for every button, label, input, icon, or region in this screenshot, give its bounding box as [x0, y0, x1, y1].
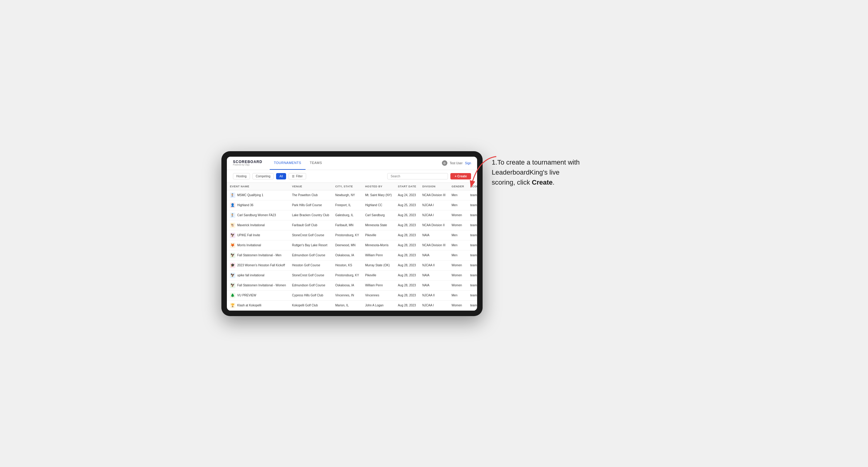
cell-date-0: Aug 24, 2023	[395, 190, 420, 200]
event-name-11: Klash at Kokopelli	[237, 304, 261, 307]
cell-scoring-5: team, Stroke Play	[467, 240, 477, 250]
table-row: 🎓 2023 Women's Hesston Fall Kickoff Hess…	[227, 260, 477, 270]
cell-venue-4: StoneCrest Golf Course	[289, 230, 332, 240]
cell-hosted-11: John A Logan	[362, 300, 395, 310]
event-icon-10: 🌲	[230, 293, 236, 298]
tab-teams[interactable]: TEAMS	[306, 157, 326, 170]
cell-gender-1: Men	[448, 200, 467, 210]
event-name-1: Highland 36	[237, 204, 253, 207]
annotation-text: 1.To create a tournament with Leaderboar…	[492, 157, 583, 187]
event-icon-3: 🐮	[230, 223, 236, 228]
cell-city-1: Freeport, IL	[332, 200, 362, 210]
cell-hosted-3: Minnesota State	[362, 220, 395, 230]
event-name-10: VU PREVIEW	[237, 293, 256, 297]
table-row: 🌲 VU PREVIEW Cypress Hills Golf Club Vin…	[227, 290, 477, 300]
cell-hosted-5: Minnesota-Morris	[362, 240, 395, 250]
cell-date-3: Aug 28, 2023	[395, 220, 420, 230]
table-row: 🏌 Carl Sandburg Women FA23 Lake Bracken …	[227, 210, 477, 220]
event-icon-11: 🏆	[230, 303, 236, 308]
cell-event-name-7: 🎓 2023 Women's Hesston Fall Kickoff	[227, 260, 289, 270]
cell-city-10: Vincennes, IN	[332, 290, 362, 300]
search-input[interactable]	[387, 173, 448, 180]
tab-tournaments[interactable]: TOURNAMENTS	[270, 157, 306, 170]
cell-event-name-1: 👤 Highland 36	[227, 200, 289, 210]
cell-city-4: Prestonsburg, KY	[332, 230, 362, 240]
cell-gender-0: Men	[448, 190, 467, 200]
event-icon-9: 🦅	[230, 283, 236, 288]
cell-division-1: NJCAA I	[420, 200, 448, 210]
cell-gender-7: Women	[448, 260, 467, 270]
cell-event-name-2: 🏌 Carl Sandburg Women FA23	[227, 210, 289, 220]
cell-venue-1: Park Hills Golf Course	[289, 200, 332, 210]
cell-event-name-9: 🦅 Fall Statesmen Invitational - Women	[227, 280, 289, 290]
events-table-container: EVENT NAME VENUE CITY, STATE HOSTED BY S…	[227, 183, 477, 311]
tablet-screen: SCOREBOARD Powered by Clipp TOURNAMENTS …	[227, 157, 477, 311]
event-name-2: Carl Sandburg Women FA23	[237, 214, 276, 217]
table-row: 🦅 Fall Statesmen Invitational - Men Edmu…	[227, 250, 477, 260]
cell-gender-3: Women	[448, 220, 467, 230]
cell-event-name-0: 🏌️ MSMC Qualifying 1	[227, 190, 289, 200]
event-name-7: 2023 Women's Hesston Fall Kickoff	[237, 263, 285, 267]
cell-venue-7: Hesston Golf Course	[289, 260, 332, 270]
cell-gender-5: Men	[448, 240, 467, 250]
hosting-filter-button[interactable]: Hosting	[233, 173, 250, 180]
cell-city-2: Galesburg, IL	[332, 210, 362, 220]
cell-scoring-6: team, Stroke Play	[467, 250, 477, 260]
cell-venue-11: Kokopelli Golf Club	[289, 300, 332, 310]
cell-gender-10: Men	[448, 290, 467, 300]
app-logo: SCOREBOARD Powered by Clipp	[233, 160, 262, 166]
cell-division-11: NJCAA I	[420, 300, 448, 310]
cell-scoring-1: team, Stroke Play	[467, 200, 477, 210]
col-venue: VENUE	[289, 183, 332, 190]
cell-hosted-8: Pikeville	[362, 270, 395, 280]
cell-date-4: Aug 28, 2023	[395, 230, 420, 240]
event-name-3: Maverick Invitational	[237, 223, 265, 227]
all-filter-button[interactable]: All	[276, 173, 286, 180]
event-name-4: UPIKE Fall Invite	[237, 234, 260, 237]
event-icon-4: 🦅	[230, 232, 236, 238]
cell-scoring-7: team, Stroke Play	[467, 260, 477, 270]
cell-division-6: NAIA	[420, 250, 448, 260]
event-name-0: MSMC Qualifying 1	[237, 193, 263, 197]
tablet-device: SCOREBOARD Powered by Clipp TOURNAMENTS …	[221, 151, 483, 316]
cell-city-6: Oskaloosa, IA	[332, 250, 362, 260]
table-row: 🏌️ MSMC Qualifying 1 The Powelton Club N…	[227, 190, 477, 200]
cell-division-8: NAIA	[420, 270, 448, 280]
col-hosted-by: HOSTED BY	[362, 183, 395, 190]
logo-subtitle: Powered by Clipp	[233, 164, 262, 166]
cell-date-2: Aug 26, 2023	[395, 210, 420, 220]
cell-date-1: Aug 25, 2023	[395, 200, 420, 210]
cell-hosted-7: Murray State (OK)	[362, 260, 395, 270]
cell-venue-6: Edmundson Golf Course	[289, 250, 332, 260]
cell-event-name-4: 🦅 UPIKE Fall Invite	[227, 230, 289, 240]
filter-bar: Hosting Competing All ☰ Filter + Create	[227, 170, 477, 183]
cell-venue-9: Edmundson Golf Course	[289, 280, 332, 290]
cell-city-9: Oskaloosa, IA	[332, 280, 362, 290]
cell-city-11: Marion, IL	[332, 300, 362, 310]
cell-scoring-8: team, Stroke Play	[467, 270, 477, 280]
cell-division-4: NAIA	[420, 230, 448, 240]
cell-scoring-9: team, Stroke Play	[467, 280, 477, 290]
cell-venue-10: Cypress Hills Golf Club	[289, 290, 332, 300]
cell-city-8: Prestonsburg, KY	[332, 270, 362, 280]
event-name-8: upike fall invitational	[237, 274, 265, 277]
nav-bar: SCOREBOARD Powered by Clipp TOURNAMENTS …	[227, 157, 477, 170]
competing-filter-button[interactable]: Competing	[252, 173, 274, 180]
table-row: 🏆 Klash at Kokopelli Kokopelli Golf Club…	[227, 300, 477, 310]
logo-title: SCOREBOARD	[233, 160, 262, 164]
cell-venue-0: The Powelton Club	[289, 190, 332, 200]
events-table: EVENT NAME VENUE CITY, STATE HOSTED BY S…	[227, 183, 477, 311]
cell-venue-5: Ruttger's Bay Lake Resort	[289, 240, 332, 250]
table-row: 🐮 Maverick Invitational Faribault Golf C…	[227, 220, 477, 230]
cell-division-2: NJCAA I	[420, 210, 448, 220]
event-icon-5: 🦊	[230, 243, 236, 248]
table-row: 🦅 upike fall invitational StoneCrest Gol…	[227, 270, 477, 280]
cell-event-name-6: 🦅 Fall Statesmen Invitational - Men	[227, 250, 289, 260]
cell-gender-2: Women	[448, 210, 467, 220]
cell-city-0: Newburgh, NY	[332, 190, 362, 200]
filter-options-button[interactable]: ☰ Filter	[288, 173, 306, 180]
col-start-date: START DATE	[395, 183, 420, 190]
cell-event-name-10: 🌲 VU PREVIEW	[227, 290, 289, 300]
settings-icon[interactable]: ⚙	[442, 160, 447, 166]
event-name-9: Fall Statesmen Invitational - Women	[237, 284, 286, 287]
